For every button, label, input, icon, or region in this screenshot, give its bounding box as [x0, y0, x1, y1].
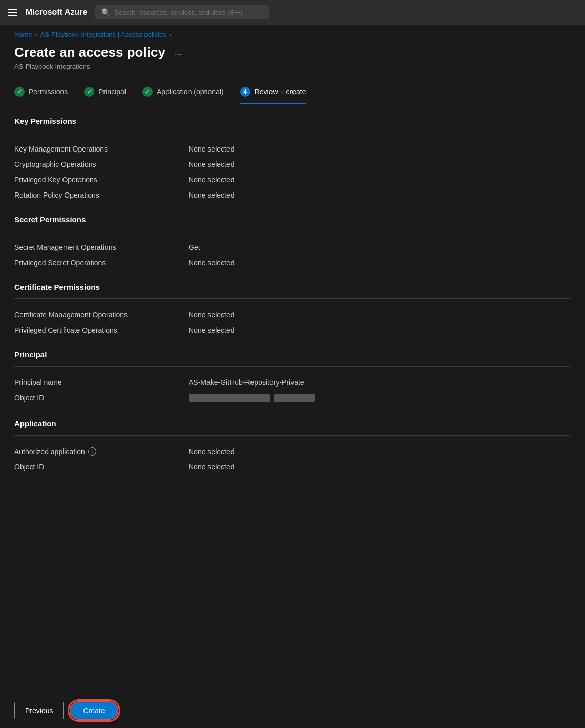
table-row: Secret Management Operations Get [14, 240, 571, 255]
tab-permissions-label: Permissions [29, 88, 68, 96]
certificate-permissions-divider [14, 298, 571, 299]
table-row: Principal name AS-Make-GitHub-Repository… [14, 375, 571, 390]
search-bar-container: 🔍 [95, 5, 269, 19]
breadcrumb-home[interactable]: Home [14, 31, 32, 38]
principal-name-label: Principal name [14, 378, 189, 387]
tab-application[interactable]: ✓ Application (optional) [142, 87, 224, 104]
key-management-operations-label: Key Management Operations [14, 145, 189, 153]
rotation-policy-operations-value: None selected [189, 191, 571, 199]
tab-check-application: ✓ [142, 87, 153, 97]
principal-section: Principal Principal name AS-Make-GitHub-… [14, 350, 571, 407]
redacted-id-block [189, 394, 315, 402]
privileged-certificate-operations-label: Privileged Certificate Operations [14, 326, 189, 334]
certificate-management-operations-value: None selected [189, 311, 571, 319]
tab-principal[interactable]: ✓ Principal [84, 87, 126, 104]
page-header: Create an access policy ... AS-Playbook-… [0, 42, 585, 80]
privileged-key-operations-value: None selected [189, 176, 571, 184]
breadcrumb-separator-2: › [170, 31, 172, 38]
table-row: Object ID [14, 390, 571, 407]
tab-principal-label: Principal [98, 88, 126, 96]
secret-permissions-title: Secret Permissions [14, 215, 571, 224]
object-id-principal-label: Object ID [14, 394, 189, 402]
application-title: Application [14, 419, 571, 428]
table-row: Privileged Key Operations None selected [14, 172, 571, 187]
rotation-policy-operations-label: Rotation Policy Operations [14, 191, 189, 199]
table-row: Cryptographic Operations None selected [14, 157, 571, 172]
previous-button[interactable]: Previous [14, 702, 64, 719]
application-divider [14, 435, 571, 436]
footer: Previous Create [0, 693, 585, 728]
certificate-permissions-section: Certificate Permissions Certificate Mana… [14, 283, 571, 338]
breadcrumb-access-policies[interactable]: AS-Playbook-Integrations | Access polici… [40, 31, 166, 38]
principal-divider [14, 366, 571, 367]
privileged-secret-operations-label: Privileged Secret Operations [14, 259, 189, 267]
authorized-application-info-icon: i [88, 447, 96, 456]
tab-permissions[interactable]: ✓ Permissions [14, 87, 68, 104]
tab-number-review: 4 [240, 87, 250, 97]
secret-management-operations-label: Secret Management Operations [14, 243, 189, 251]
create-button[interactable]: Create [70, 701, 118, 720]
search-icon: 🔍 [101, 8, 110, 16]
hamburger-menu[interactable] [8, 9, 17, 16]
table-row: Rotation Policy Operations None selected [14, 187, 571, 203]
cryptographic-operations-value: None selected [189, 160, 571, 168]
table-row: Privileged Secret Operations None select… [14, 255, 571, 270]
secret-permissions-divider [14, 231, 571, 231]
tab-check-permissions: ✓ [14, 87, 25, 97]
redacted-part-2 [274, 394, 315, 402]
tab-review-create-label: Review + create [255, 88, 306, 96]
main-content: Key Permissions Key Management Operation… [0, 117, 585, 693]
key-permissions-divider [14, 133, 571, 133]
table-row: Privileged Certificate Operations None s… [14, 323, 571, 338]
page-title: Create an access policy [14, 45, 165, 60]
tab-check-principal: ✓ [84, 87, 94, 97]
privileged-certificate-operations-value: None selected [189, 326, 571, 334]
authorized-application-label: Authorized application i [14, 447, 189, 456]
search-input[interactable] [114, 9, 263, 16]
table-row: Key Management Operations None selected [14, 141, 571, 157]
cryptographic-operations-label: Cryptographic Operations [14, 160, 189, 168]
key-permissions-section: Key Permissions Key Management Operation… [14, 117, 571, 203]
certificate-permissions-title: Certificate Permissions [14, 283, 571, 291]
wizard-tabs: ✓ Permissions ✓ Principal ✓ Application … [0, 80, 585, 104]
certificate-management-operations-label: Certificate Management Operations [14, 311, 189, 319]
secret-management-operations-value: Get [189, 243, 571, 251]
object-id-application-value: None selected [189, 463, 571, 471]
key-management-operations-value: None selected [189, 145, 571, 153]
breadcrumb-separator-1: › [35, 31, 37, 38]
table-row: Object ID None selected [14, 459, 571, 475]
tab-application-label: Application (optional) [157, 88, 224, 96]
authorized-application-value: None selected [189, 447, 571, 456]
principal-name-value: AS-Make-GitHub-Repository-Private [189, 378, 571, 387]
principal-title: Principal [14, 350, 571, 359]
privileged-secret-operations-value: None selected [189, 259, 571, 267]
object-id-principal-value [189, 394, 571, 403]
more-options-button[interactable]: ... [172, 46, 185, 59]
tab-review-create[interactable]: 4 Review + create [240, 87, 306, 104]
privileged-key-operations-label: Privileged Key Operations [14, 176, 189, 184]
object-id-application-label: Object ID [14, 463, 189, 471]
application-section: Application Authorized application i Non… [14, 419, 571, 475]
page-subtitle: AS-Playbook-Integrations [14, 62, 571, 70]
breadcrumb: Home › AS-Playbook-Integrations | Access… [0, 25, 585, 42]
top-navigation: Microsoft Azure 🔍 [0, 0, 585, 25]
secret-permissions-section: Secret Permissions Secret Management Ope… [14, 215, 571, 270]
table-row: Certificate Management Operations None s… [14, 307, 571, 323]
redacted-part-1 [189, 394, 270, 402]
key-permissions-title: Key Permissions [14, 117, 571, 125]
table-row: Authorized application i None selected [14, 444, 571, 459]
azure-logo: Microsoft Azure [26, 8, 87, 17]
